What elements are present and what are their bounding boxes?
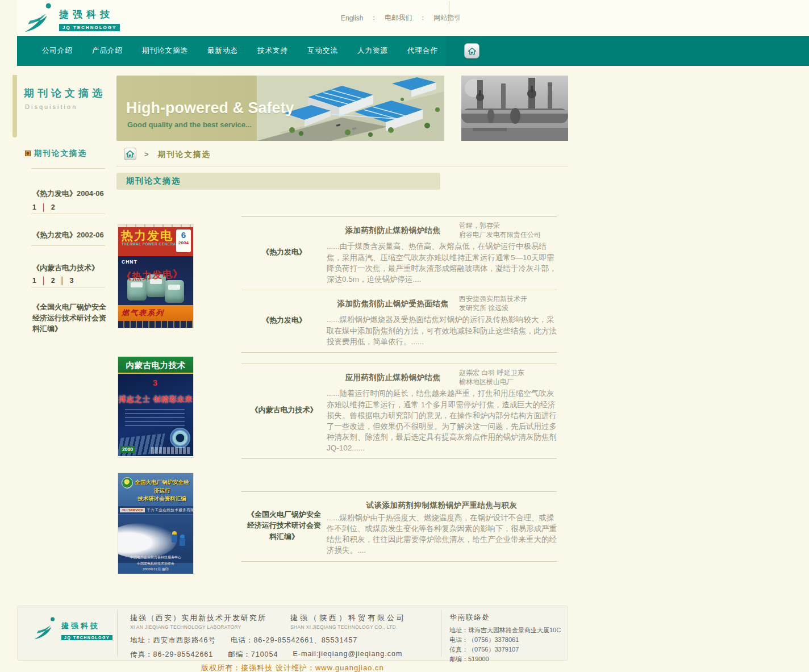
cover-title-line2: 技术研讨会资料汇编 — [134, 495, 190, 503]
sidebar-subtitle: Disquisition — [25, 103, 77, 110]
nav-item-hr[interactable]: 人力资源 — [357, 46, 388, 56]
article-entry: 《全国火电厂锅炉安全经济运行技术研讨会资料汇编》 试谈添加药剂抑制煤粉锅炉严重结… — [241, 491, 557, 561]
swoosh-logo-icon — [32, 616, 59, 640]
footer-phone: 电话：86-29-85542661、85531457 — [231, 636, 357, 645]
page-link-3[interactable]: 3 — [70, 277, 74, 285]
article-content: 试谈添加药剂抑制煤粉锅炉严重结焦与积灰 ......煤粉锅炉由于热强度大、燃烧温… — [327, 495, 557, 556]
emblem-icon — [122, 477, 133, 489]
service-chip: JILI SERVICE — [120, 508, 145, 512]
org-shanxi: 捷强（陕西）科贸有限公司 SHAN XI JIEQIANG TECHNOLOGY… — [290, 613, 406, 630]
org-name-cn: 捷强（陕西）科贸有限公司 — [290, 613, 406, 623]
footer-email[interactable]: E-mail:jieqiang@jieqiang.com — [293, 650, 402, 660]
journal-name: 《全国火电厂锅炉安全经济运行技术研讨会资料汇编》 — [241, 495, 327, 556]
cover-slogan: 搏志之士 创精彩未来 — [118, 394, 193, 404]
article-title: 应用药剂防止煤粉锅炉结焦 — [327, 368, 459, 383]
nav-item-journal-abstracts[interactable]: 期刊论文摘选 — [142, 46, 188, 56]
article-entry: 《内蒙古电力技术》 应用药剂防止煤粉锅炉结焦 赵崇宏 白羽 呼延卫东 榆林地区横… — [241, 364, 557, 458]
link-email-us[interactable]: 电邮我们 — [385, 13, 412, 23]
footer-address: 地址：西安市西影路46号 — [130, 636, 216, 645]
bullet-icon — [25, 151, 31, 156]
nav-item-news[interactable]: 最新动态 — [207, 46, 238, 56]
journal-cover-relifadian: 热力发电 THERMAL POWER GENERATION 6 2004 CHN… — [118, 224, 193, 328]
footer-logo-text: 捷强科技 JQ TECHNOLOGY — [61, 616, 112, 641]
article-abstract: ......煤粉锅炉燃烧器及受热面结焦对锅炉的运行及传热影响较大，采取在煤中添加… — [327, 314, 557, 347]
sidebar-item-journal-abstracts[interactable]: 期刊论文摘选 — [25, 148, 87, 158]
cover-year: 2004 — [176, 240, 191, 245]
cover-service-strip: JILI SERVICE 千力工业在线技术服务有限公司 — [118, 506, 193, 514]
sidebar-accent-bar — [12, 75, 17, 137]
breadcrumb-separator: > — [144, 150, 149, 158]
authors-line2: 府谷电厂发电有限责任公司 — [459, 230, 557, 239]
nav-item-tech-support[interactable]: 技术支持 — [257, 46, 288, 56]
cover-footer-band: 燃气表系列 — [118, 305, 193, 321]
copyright-text[interactable]: 版权所有：接强科技 设计维护：www.guangjiao.cn — [201, 663, 383, 672]
article-content: 添加药剂防止煤粉锅炉结焦 菅耀，郭存荣 府谷电厂发电有限责任公司 ......由… — [327, 220, 557, 285]
nav-item-products[interactable]: 产品介绍 — [92, 46, 123, 56]
cover-brand: CHNT — [122, 259, 137, 265]
cover-text-rows — [125, 409, 185, 428]
cover-footer-line2: 全国发电机组技术协作会 — [118, 561, 193, 566]
logo-text: 捷强科技 JQ TECHNOLOGY — [59, 2, 120, 31]
journal-cover-compilation: 全国火电厂锅炉安全经济运行 技术研讨会资料汇编 JILI SERVICE 千力工… — [118, 473, 193, 574]
cover-footer-line3: 2000年12月 编印 — [118, 566, 193, 572]
page-link-1[interactable]: 1 — [32, 277, 36, 285]
article-content: 添加防焦剂防止锅炉受热面结焦 西安捷强实用新技术开 发研究所 徐远浚 .....… — [327, 293, 557, 347]
article-abstract: ......由于煤质含炭量高、热值高、灰熔点低，在锅炉运行中极易结焦，采用蒸汽、… — [327, 241, 557, 285]
cd-illustration — [170, 428, 190, 448]
cover-footer-line1: 中国电力企业联合会科技服务中心 — [118, 554, 193, 560]
journal-cover-neimenggu: 内蒙古电力技术 3 搏志之士 创精彩未来 2000 — [118, 357, 193, 457]
brand-tagline: JQ TECHNOLOGY — [61, 635, 112, 640]
link-sitemap[interactable]: 网站指引 — [433, 13, 461, 23]
cover-issue: 6 — [176, 231, 191, 240]
link-english[interactable]: English — [341, 14, 363, 22]
nav-item-interaction[interactable]: 互动交流 — [307, 46, 338, 56]
org-name-en: XI AN JIEQIANG TECHNOLOGY LABORATORY — [130, 624, 266, 630]
company-logo[interactable]: 捷强科技 JQ TECHNOLOGY — [23, 2, 120, 33]
page-link-1[interactable]: 1 — [32, 203, 36, 211]
page-link-2[interactable]: 2 — [51, 203, 55, 211]
sidebar-item-rlfd-2004[interactable]: 《热力发电》2004-06 — [32, 189, 110, 199]
sidebar-title: 期刊论文摘选 — [24, 86, 106, 100]
article-title: 添加药剂防止煤粉锅炉结焦 — [327, 220, 459, 236]
industrial-pipes-illustration — [461, 76, 568, 141]
south-office-title: 华南联络处 — [449, 613, 566, 623]
org-name-cn: 捷强（西安）实用新技术开发研究所 — [130, 613, 266, 623]
journal-name: 《热力发电》 — [241, 293, 327, 347]
article-title: 试谈添加药剂抑制煤粉锅炉严重结焦与积灰 — [327, 495, 557, 511]
banner-machinery-image — [461, 76, 568, 141]
pager-divider: │ — [60, 277, 65, 285]
worker-illustration — [172, 535, 177, 542]
article-authors: 菅耀，郭存荣 府谷电厂发电有限责任公司 — [459, 220, 557, 239]
sidebar-divider — [31, 245, 105, 246]
cover-issue: 3 — [153, 378, 157, 387]
home-icon — [126, 149, 135, 158]
service-text: 千力工业在线技术服务有限公司 — [147, 508, 193, 513]
nav-home-button[interactable] — [464, 43, 479, 59]
breadcrumb-current: 期刊论文摘选 — [158, 149, 211, 160]
header-links: English ： 电邮我们 ： 网站指引 — [341, 13, 461, 23]
sidebar-item-compilation[interactable]: 《全国火电厂锅炉安全经济运行技术研讨会资料汇编》 — [32, 302, 110, 335]
breadcrumb-home-button[interactable] — [124, 148, 136, 160]
footer-divider — [117, 610, 118, 657]
cover-footer: 中国电力企业联合会科技服务中心 全国发电机组技术协作会 2000年12月 编印 — [118, 554, 193, 572]
swoosh-logo-icon — [23, 2, 56, 33]
page-link-2[interactable]: 2 — [51, 277, 55, 285]
pager-divider: │ — [41, 203, 46, 211]
article-title: 添加防焦剂防止锅炉受热面结焦 — [327, 294, 459, 309]
journal-name: 《热力发电》 — [241, 220, 327, 285]
nav-item-company[interactable]: 公司介绍 — [42, 46, 73, 56]
main-nav: 公司介绍 产品介绍 期刊论文摘选 最新动态 技术支持 互动交流 人力资源 代理合… — [17, 36, 809, 66]
cover-body: 3 搏志之士 创精彩未来 2000 — [118, 374, 193, 456]
south-office-phone: 电话：（0756）3378061 — [449, 635, 566, 645]
cover-top-strip — [118, 224, 193, 227]
sidebar-item-nmgdljs[interactable]: 《内蒙古电力技术》 — [32, 263, 110, 274]
nav-item-agency[interactable]: 代理合作 — [407, 46, 438, 56]
cover-footer-text — [151, 447, 191, 454]
banner-image: High-powered & Safety Good quality and t… — [116, 76, 444, 141]
article-group-relifadian: 《热力发电》 添加药剂防止煤粉锅炉结焦 菅耀，郭存荣 府谷电厂发电有限责任公司 … — [241, 216, 557, 353]
article-content: 应用药剂防止煤粉锅炉结焦 赵崇宏 白羽 呼延卫东 榆林地区横山电厂 ......… — [327, 367, 557, 453]
sidebar-item-rlfd-2002[interactable]: 《热力发电》2002-06 — [32, 230, 110, 241]
authors-line2: 发研究所 徐远浚 — [459, 303, 557, 312]
authors-line1: 赵崇宏 白羽 呼延卫东 — [459, 368, 557, 377]
authors-line2: 榆林地区横山电厂 — [459, 377, 557, 386]
